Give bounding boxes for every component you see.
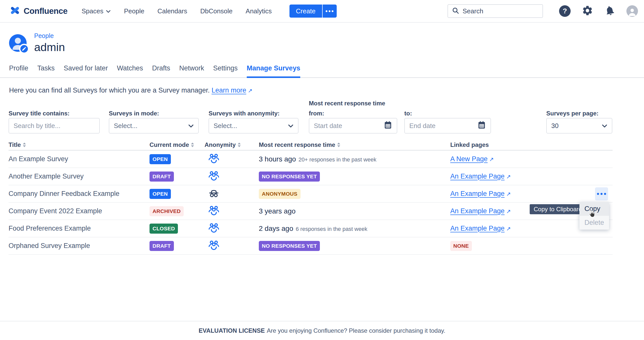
tab-drafts[interactable]: Drafts <box>152 64 170 77</box>
group-anonymity-icon <box>208 248 220 252</box>
calendar-icon[interactable] <box>477 121 486 131</box>
table-row: Food Preferences Example CLOSED 2 days a… <box>9 220 613 237</box>
from-date-input[interactable] <box>314 122 381 130</box>
page-title: admin <box>34 41 65 54</box>
tab-watches[interactable]: Watches <box>117 64 143 77</box>
top-navigation-bar: Confluence Spaces People Calendars DbCon… <box>0 0 644 23</box>
survey-title: Orphaned Survey Example <box>9 242 90 249</box>
tab-network[interactable]: Network <box>179 64 204 77</box>
response-badge: NO RESPONSES YET <box>259 172 320 182</box>
to-date-input[interactable] <box>409 122 475 130</box>
breadcrumb-people[interactable]: People <box>34 32 65 39</box>
help-button[interactable]: ? <box>559 5 571 17</box>
survey-title: Food Preferences Example <box>9 225 91 232</box>
survey-title: An Example Survey <box>9 155 68 163</box>
create-more-button[interactable] <box>322 5 337 18</box>
header-current-mode[interactable]: Current mode <box>150 141 205 148</box>
mode-filter-label: Surveys in mode: <box>109 110 159 117</box>
search-input[interactable] <box>463 7 538 15</box>
learn-more-link[interactable]: Learn more↗ <box>212 87 253 94</box>
survey-title: Company Dinner Feedback Example <box>9 190 119 197</box>
external-link-icon: ↗ <box>506 191 511 197</box>
external-link-icon: ↗ <box>489 156 494 163</box>
header-title[interactable]: Title <box>9 141 150 148</box>
brand-name: Confluence <box>24 6 68 16</box>
mode-badge: DRAFT <box>150 241 174 251</box>
mode-badge: DRAFT <box>150 172 174 182</box>
per-page-select[interactable]: 30 <box>546 118 612 134</box>
header-anonymity[interactable]: Anonymity <box>205 141 259 148</box>
confluence-logo[interactable]: Confluence <box>10 6 68 17</box>
table-row: Another Example Survey DRAFT NO RESPONSE… <box>9 168 613 185</box>
row-actions-button[interactable] <box>595 187 608 200</box>
table-row: An Example Survey OPEN 3 hours ago20+ re… <box>9 151 613 168</box>
response-time: 3 years ago <box>259 207 295 215</box>
search-icon <box>452 7 459 15</box>
edit-avatar-icon[interactable] <box>19 44 29 54</box>
tab-settings[interactable]: Settings <box>213 64 238 77</box>
tab-manage-surveys[interactable]: Manage Surveys <box>247 64 300 77</box>
linked-page-link[interactable]: A New Page↗ <box>450 155 494 163</box>
response-time: 2 days ago <box>259 225 293 232</box>
sort-icon[interactable] <box>238 143 241 147</box>
title-filter-label: Survey title contains: <box>9 110 70 117</box>
header-most-recent-response-time[interactable]: Most recent response time <box>259 141 450 148</box>
external-link-icon: ↗ <box>248 88 252 94</box>
linked-page-link[interactable]: An Example Page↗ <box>450 225 511 232</box>
survey-title: Company Event 2022 Example <box>9 207 102 215</box>
surveys-table: Title Current mode Anonymity Most recent… <box>9 140 613 255</box>
group-anonymity-icon <box>208 213 220 217</box>
calendar-icon[interactable] <box>384 121 392 131</box>
anonymity-filter-label: Surveys with anonymity: <box>209 110 280 117</box>
sort-icon[interactable] <box>23 143 26 147</box>
external-link-icon: ↗ <box>506 226 511 232</box>
response-badge: ANONYMOUS <box>259 189 301 199</box>
chevron-down-icon <box>288 122 293 130</box>
nav-people[interactable]: People <box>124 7 144 15</box>
table-row: Orphaned Survey Example DRAFT NO RESPONS… <box>9 237 613 255</box>
license-label: EVALUATION LICENSE <box>199 327 265 334</box>
group-anonymity-icon <box>208 178 220 183</box>
mode-badge: OPEN <box>150 189 171 199</box>
survey-filters: Most recent response time Survey title c… <box>9 100 613 137</box>
search-box[interactable] <box>448 4 543 18</box>
tab-profile[interactable]: Profile <box>9 64 28 77</box>
mode-filter-select[interactable]: Select... <box>109 118 199 134</box>
chevron-down-icon <box>602 122 607 130</box>
group-anonymity-icon <box>208 230 220 235</box>
profile-menu-button[interactable] <box>626 5 638 17</box>
settings-button[interactable] <box>582 5 593 17</box>
linked-page-link[interactable]: An Example Page↗ <box>450 207 511 215</box>
notifications-button[interactable] <box>604 5 615 17</box>
create-button[interactable]: Create <box>289 5 322 18</box>
copy-to-clipboard-tooltip: Copy to Clipboard <box>530 204 586 214</box>
sort-icon[interactable] <box>337 143 340 147</box>
sort-icon[interactable] <box>191 143 194 147</box>
gear-icon <box>582 5 593 17</box>
profile-avatar[interactable] <box>9 34 27 52</box>
linked-none-badge: NONE <box>450 241 472 251</box>
from-date-field <box>309 118 397 134</box>
profile-tabs: Profile Tasks Saved for later Watches Dr… <box>0 64 644 78</box>
to-date-label: to: <box>404 110 412 117</box>
table-row: Company Dinner Feedback Example OPEN ANO… <box>9 185 613 203</box>
table-header-row: Title Current mode Anonymity Most recent… <box>9 140 613 151</box>
mode-badge: ARCHIVED <box>150 206 184 216</box>
title-filter-field <box>9 118 100 134</box>
from-date-label: from: <box>309 110 324 117</box>
tab-saved-for-later[interactable]: Saved for later <box>64 64 108 77</box>
title-filter-input[interactable] <box>14 122 95 130</box>
anonymous-user-icon <box>208 196 220 200</box>
nav-calendars[interactable]: Calendars <box>157 7 187 15</box>
linked-page-link[interactable]: An Example Page↗ <box>450 173 511 180</box>
linked-page-link[interactable]: An Example Page↗ <box>450 190 511 197</box>
per-page-label: Surveys per page: <box>546 110 599 117</box>
tab-tasks[interactable]: Tasks <box>37 64 55 77</box>
nav-dbconsole[interactable]: DbConsole <box>200 7 233 15</box>
nav-analytics[interactable]: Analytics <box>246 7 272 15</box>
anonymity-filter-select[interactable]: Select... <box>209 118 299 134</box>
menu-item-copy[interactable]: Copy <box>579 202 609 216</box>
profile-header: People admin <box>9 32 644 54</box>
nav-spaces[interactable]: Spaces <box>82 7 111 15</box>
to-date-field <box>404 118 491 134</box>
